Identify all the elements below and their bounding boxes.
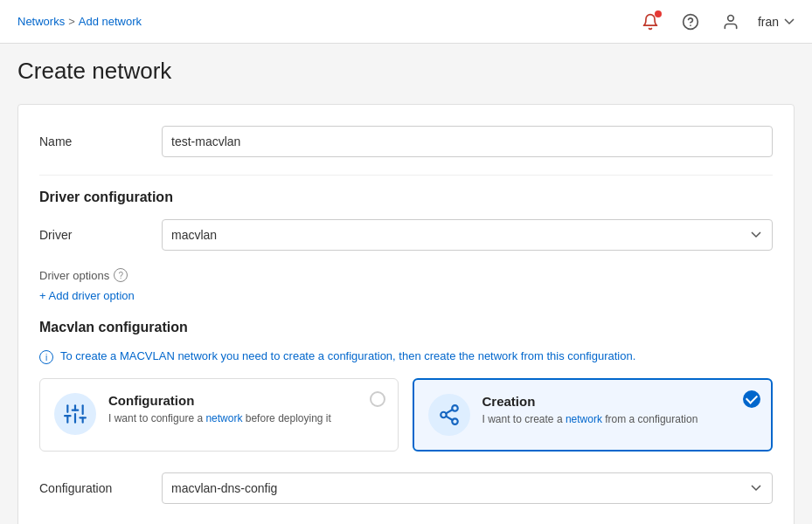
name-row: Name <box>39 126 773 157</box>
breadcrumb-separator: > <box>68 15 75 28</box>
config-card-title: Configuration <box>108 393 384 408</box>
config-network-link[interactable]: network <box>205 412 242 424</box>
top-bar-right: fran <box>637 9 795 35</box>
page-title: Create network <box>17 58 795 85</box>
question-icon <box>682 13 699 31</box>
username-label: fran <box>758 15 779 29</box>
config-select-row: Configuration macvlan-dns-config <box>39 472 773 504</box>
option-card-creation[interactable]: Creation I want to create a network from… <box>413 378 774 452</box>
breadcrumb: Networks > Add network <box>17 15 142 28</box>
macvlan-info-text: To create a MACVLAN network you need to … <box>60 349 635 362</box>
svg-line-15 <box>446 417 452 420</box>
breadcrumb-current: Add network <box>79 15 142 28</box>
add-option-label: + Add driver option <box>39 289 135 302</box>
user-icon <box>722 13 739 31</box>
user-button[interactable] <box>718 9 744 35</box>
main-card: Name Driver configuration Driver macvlan… <box>17 104 795 524</box>
page-header: Create network <box>0 44 812 95</box>
top-bar: Networks > Add network fran <box>0 0 812 44</box>
name-input[interactable] <box>162 126 773 157</box>
name-label: Name <box>39 134 162 148</box>
info-icon: i <box>39 350 53 364</box>
config-card-desc: I want to configure a network before dep… <box>108 411 384 426</box>
driver-options-help-icon[interactable]: ? <box>114 268 128 282</box>
config-select[interactable]: macvlan-dns-config <box>162 472 773 504</box>
driver-row: Driver macvlan bridge overlay host none <box>39 219 773 251</box>
chevron-down-icon <box>784 17 795 27</box>
notification-button[interactable] <box>637 9 663 35</box>
share-icon <box>438 403 461 426</box>
driver-config-title: Driver configuration <box>39 190 773 205</box>
breadcrumb-networks[interactable]: Networks <box>17 15 65 28</box>
driver-options-label: Driver options <box>39 269 109 282</box>
option-card-configuration[interactable]: Configuration I want to configure a netw… <box>39 378 399 452</box>
notification-dot <box>655 10 662 17</box>
creation-card-icon <box>428 394 470 436</box>
driver-options-row: Driver options ? <box>39 268 773 282</box>
content-area: Name Driver configuration Driver macvlan… <box>0 95 812 524</box>
macvlan-info-row: i To create a MACVLAN network you need t… <box>39 349 773 364</box>
config-card-radio[interactable] <box>370 391 385 407</box>
help-button[interactable] <box>677 9 704 35</box>
config-card-body: Configuration I want to configure a netw… <box>108 393 384 426</box>
creation-card-body: Creation I want to create a network from… <box>482 394 758 427</box>
driver-select[interactable]: macvlan bridge overlay host none <box>162 219 773 251</box>
svg-line-16 <box>446 410 452 413</box>
creation-card-title: Creation <box>482 394 758 409</box>
macvlan-config-title: Macvlan configuration <box>39 320 773 335</box>
config-card-icon <box>54 393 96 435</box>
svg-point-2 <box>728 15 734 21</box>
creation-network-link[interactable]: network <box>566 413 602 425</box>
creation-card-check <box>743 390 760 408</box>
sliders-icon <box>64 403 87 425</box>
creation-card-desc: I want to create a network from a config… <box>482 412 758 427</box>
add-driver-option-link[interactable]: + Add driver option <box>39 289 773 302</box>
option-cards-row: Configuration I want to configure a netw… <box>39 378 773 452</box>
user-menu[interactable]: fran <box>758 15 795 29</box>
config-select-label: Configuration <box>39 481 162 495</box>
driver-label: Driver <box>39 228 162 242</box>
